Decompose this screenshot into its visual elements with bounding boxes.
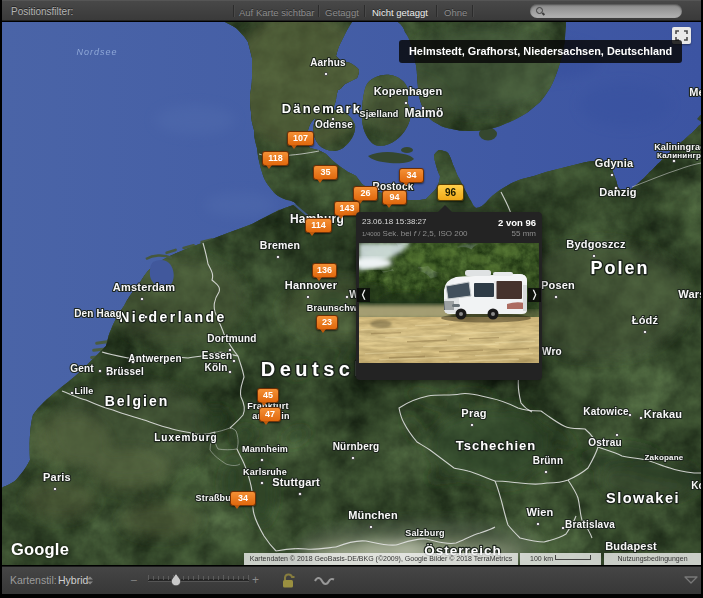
svg-text:Antwerpen: Antwerpen: [128, 353, 181, 364]
svg-text:Tschechien: Tschechien: [456, 438, 537, 453]
svg-text:Калининград: Калининград: [657, 151, 701, 160]
svg-text:Amsterdam: Amsterdam: [113, 281, 175, 293]
svg-text:Stuttgart: Stuttgart: [272, 476, 320, 488]
svg-text:Köln: Köln: [204, 362, 227, 373]
svg-text:Braunschw: Braunschw: [307, 303, 358, 313]
svg-text:Danzig: Danzig: [599, 186, 636, 198]
svg-text:Deutsch: Deutsch: [261, 358, 371, 380]
svg-text:Prag: Prag: [461, 407, 486, 419]
svg-text:Kopenhagen: Kopenhagen: [374, 85, 443, 97]
svg-text:Wien: Wien: [527, 506, 554, 518]
svg-text:Belgien: Belgien: [105, 393, 170, 409]
svg-text:Brüssel: Brüssel: [106, 366, 144, 377]
svg-text:Wro: Wro: [542, 346, 562, 357]
svg-text:Hannover: Hannover: [285, 279, 338, 291]
svg-text:Paris: Paris: [43, 471, 71, 483]
svg-text:Gent: Gent: [70, 363, 94, 374]
svg-text:Salzburg: Salzburg: [405, 528, 445, 538]
svg-text:Essen: Essen: [202, 350, 232, 361]
svg-text:Dänemark: Dänemark: [282, 101, 362, 116]
svg-text:Wars: Wars: [678, 288, 701, 300]
svg-text:Ko: Ko: [691, 480, 701, 491]
svg-text:Luxemburg: Luxemburg: [154, 432, 217, 443]
svg-text:Slowakei: Slowakei: [606, 490, 680, 506]
svg-text:Niederlande: Niederlande: [119, 309, 227, 325]
svg-text:Brünn: Brünn: [533, 455, 563, 466]
svg-text:Bremen: Bremen: [260, 239, 300, 251]
svg-text:Aarhus: Aarhus: [310, 57, 346, 68]
svg-text:Budapest: Budapest: [605, 540, 657, 552]
svg-text:Mannheim: Mannheim: [242, 444, 288, 454]
svg-text:Bratislava: Bratislava: [565, 519, 615, 530]
svg-text:Ostrau: Ostrau: [588, 437, 621, 448]
svg-text:Nürnberg: Nürnberg: [333, 441, 380, 452]
svg-text:Gdynia: Gdynia: [595, 157, 634, 169]
svg-text:Nordsee: Nordsee: [76, 47, 117, 57]
svg-text:Me: Me: [689, 86, 701, 98]
svg-text:Bydgoszcz: Bydgoszcz: [566, 238, 626, 250]
svg-text:Sjælland: Sjælland: [359, 109, 398, 119]
svg-text:München: München: [348, 509, 398, 521]
svg-text:Lille: Lille: [74, 386, 93, 396]
svg-text:Katowice: Katowice: [583, 406, 629, 417]
svg-text:Łódź: Łódź: [632, 314, 659, 326]
svg-text:Posen: Posen: [541, 279, 575, 291]
svg-text:Dortmund: Dortmund: [207, 333, 256, 344]
svg-text:Polen: Polen: [590, 258, 649, 278]
svg-text:Zakopane: Zakopane: [645, 453, 684, 462]
svg-text:Krakau: Krakau: [644, 408, 683, 420]
svg-text:Den Haag: Den Haag: [74, 308, 122, 319]
